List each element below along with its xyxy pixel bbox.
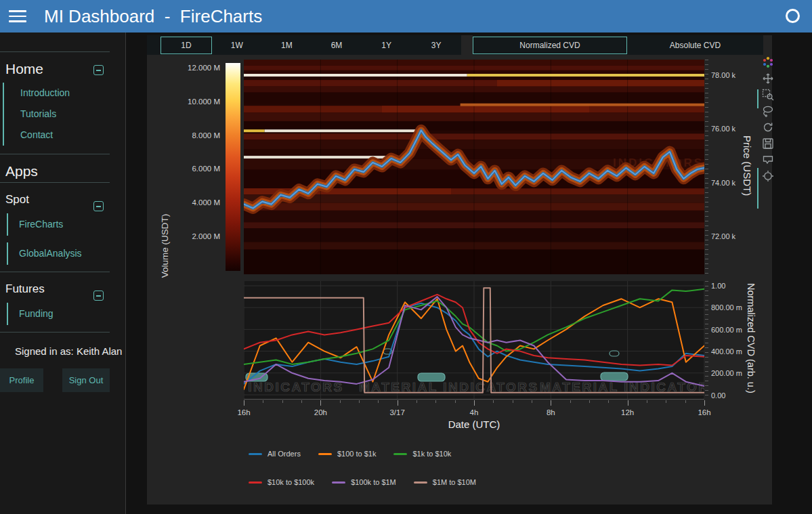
range-button-1m[interactable]: 1M [262,37,312,54]
collapse-icon[interactable] [93,291,104,301]
sidebar-item-introduction[interactable]: Introduction [4,83,125,104]
tick-mark [532,400,532,403]
legend-label: $10k to $100k [268,478,314,486]
reset-axes-icon[interactable] [760,119,776,135]
sign-out-button[interactable]: Sign Out [62,368,110,392]
legend-item-1m-to-10m[interactable]: $1M to $10M [414,478,476,486]
download-plot-icon[interactable] [760,135,776,152]
cvd-line-chart[interactable]: MATERIAL INDICATORSMATERIAL INDICATORSMA… [244,281,704,400]
profile-button[interactable]: Profile [0,368,43,392]
plotly-modebar [760,54,779,184]
pan-icon[interactable] [760,70,776,87]
range-button-3y[interactable]: 3Y [411,37,461,54]
price-tick: 74.00 k [711,179,735,187]
firechart-heatmap[interactable]: INDICATORS [244,60,704,274]
range-button-6m[interactable]: 6M [312,37,362,54]
price-tick: 76.00 k [711,125,735,133]
colorbar-tick: 2.000 M [147,232,220,240]
cvd-tick: 400.00 m [711,347,742,356]
tick-mark [704,400,705,406]
minus-glyph [96,206,101,207]
sidebar-heading-apps[interactable]: Apps [5,163,125,179]
legend-item-100-to-1k[interactable]: $100 to $1k [318,450,377,458]
legend-row: All Orders$100 to $1k$1k to $10k [249,450,476,458]
legend-item-all-orders[interactable]: All Orders [249,450,301,458]
collapse-icon[interactable] [93,65,104,75]
colorbar-tick: 6.000 M [147,165,220,173]
toggle-hover-icon[interactable] [760,152,776,168]
legend-swatch [332,481,345,484]
tick-mark [493,400,494,403]
x-tick: 16h [237,408,250,416]
mode-button-normalized-cvd[interactable]: Normalized CVD [473,37,627,54]
lasso-select-icon[interactable] [760,103,776,119]
modebar-active-indicator [757,168,758,209]
legend-item-10k-to-100k[interactable]: $10k to $100k [249,478,314,486]
legend-item-1k-to-10k[interactable]: $1k to $10k [393,450,451,458]
legend-label: All Orders [268,450,301,458]
colorbar-tick: 4.000 M [147,198,220,207]
price-tick: 72.00 k [711,232,735,240]
sidebar-item-firecharts[interactable]: FireCharts [7,213,125,236]
legend-swatch [393,453,407,455]
tick-mark [628,400,628,406]
toggle-spikelines-icon[interactable] [760,168,776,184]
legend-label: $1M to $10M [433,478,476,486]
main-panel: 1D1W1M6M1Y3Y Normalized CVDAbsolute CVD … [147,35,772,505]
sidebar-section-apps: Apps [0,163,125,179]
sidebar-item-globalanalysis[interactable]: GlobalAnalysis [7,242,125,265]
x-tick: 20h [314,408,327,416]
plotly-logo-icon[interactable] [760,54,776,70]
tick-mark [685,400,686,403]
range-button-1w[interactable]: 1W [212,37,262,54]
app-title: MI Dashboard - FireCharts [44,6,262,27]
tick-mark [378,400,379,403]
x-axis-tick-marks [244,400,705,406]
tick-mark [263,400,263,403]
legend-swatch [414,481,427,484]
sidebar-divider [0,182,110,183]
tick-mark [570,400,571,403]
page: MI Dashboard - FireCharts HomeIntroducti… [0,0,812,514]
cvd-tick: 800.00 m [711,303,742,312]
collapse-icon[interactable] [93,201,104,211]
tick-mark [320,400,321,406]
sidebar-heading-futures[interactable]: Futures [5,282,125,296]
volume-colorbar [226,63,240,271]
tick-mark [513,400,513,403]
legend-swatch [318,453,332,455]
range-button-1d[interactable]: 1D [161,37,212,54]
sidebar-heading-spot[interactable]: Spot [5,193,125,207]
tick-mark [474,400,475,406]
legend-row: $10k to $100k$100k to $1M$1M to $10M [249,478,476,486]
legend-label: $100 to $1k [337,450,377,458]
legend-item-100k-to-1m[interactable]: $100k to $1M [332,478,396,486]
legend-label: $100k to $1M [351,478,396,486]
sidebar-item-contact[interactable]: Contact [4,125,125,146]
tick-mark [416,400,417,403]
colorbar-tick: 12.000 M [147,64,220,72]
sidebar-item-tutorials[interactable]: Tutorials [4,104,125,125]
tick-mark [282,400,283,403]
cvd-tick: 200.00 m [711,369,742,377]
mode-button-absolute-cvd[interactable]: Absolute CVD [627,37,763,54]
sidebar-section-futures: FuturesFunding [0,282,125,325]
minus-glyph [96,295,101,297]
colorbar-tick: 8.000 M [147,131,220,140]
x-tick: 12h [621,408,634,416]
account-ring-icon[interactable] [786,9,800,23]
tick-mark [551,400,551,406]
tick-mark [455,400,456,403]
hamburger-menu-icon[interactable] [9,10,26,22]
range-button-group: 1D1W1M6M1Y3Y [147,35,461,55]
cvd-tick: 0.00 [711,391,725,400]
box-zoom-icon[interactable] [760,87,776,103]
x-tick: 16h [698,408,710,416]
svg-text:MATERIAL INDICATORS: MATERIAL INDICATORS [244,380,344,394]
range-button-1y[interactable]: 1Y [362,37,412,54]
sidebar-heading-home[interactable]: Home [5,61,125,77]
x-tick: 8h [547,408,555,416]
price-tick: 78.00 k [711,71,735,79]
minus-glyph [96,70,101,71]
sidebar-item-funding[interactable]: Funding [7,303,125,325]
